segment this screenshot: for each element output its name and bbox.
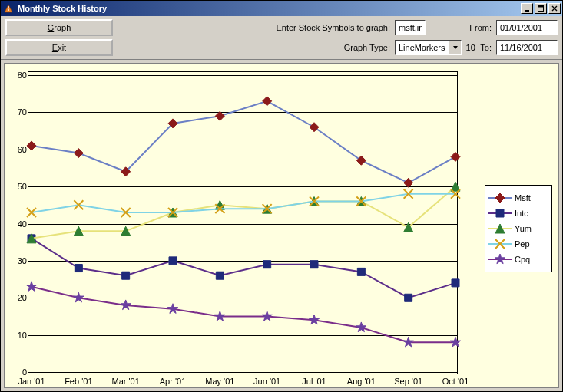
x-tick-label: Mar '01 [111, 377, 139, 386]
legend-label: Yum [515, 224, 532, 233]
legend-item: Intc [488, 206, 548, 221]
y-tick-label: 60 [8, 145, 27, 154]
x-tick-label: Jul '01 [302, 377, 326, 386]
y-tick-label: 40 [8, 219, 27, 229]
minimize-button[interactable] [521, 3, 533, 14]
symbols-label: Enter Stock Symbols to graph: [118, 23, 390, 32]
y-tick-label: 50 [8, 182, 27, 191]
gridline [28, 298, 457, 298]
x-tick-label: Jan '01 [18, 377, 45, 386]
gridline [28, 112, 457, 113]
gridline [28, 75, 457, 76]
maximize-button[interactable] [535, 3, 547, 14]
legend-marker [488, 193, 512, 203]
legend-label: Msft [515, 193, 531, 203]
legend-marker [488, 223, 512, 234]
svg-rect-1 [8, 6, 8, 9]
from-input[interactable] [496, 20, 558, 35]
legend-marker [488, 254, 512, 265]
svg-rect-2 [525, 10, 529, 12]
y-tick-label: 70 [8, 107, 27, 117]
gridline [28, 224, 457, 225]
x-tick-label: Oct '01 [442, 377, 469, 386]
symbols-input[interactable] [395, 20, 426, 35]
legend-marker [488, 208, 512, 219]
y-tick-label: 30 [8, 256, 27, 265]
from-label: From: [430, 23, 492, 32]
legend-label: Intc [515, 209, 528, 218]
app-icon [2, 2, 15, 15]
legend-label: Pep [515, 239, 530, 249]
exit-button[interactable]: Exit [5, 39, 113, 56]
chart-area: 01020304050607080Jan '01Feb '01Mar '01Ap… [4, 63, 559, 388]
y-tick-label: 80 [8, 71, 27, 80]
x-tick-label: Apr '01 [160, 377, 187, 386]
x-tick-label: Aug '01 [347, 377, 376, 386]
gridline [28, 335, 457, 336]
x-tick-label: Sep '01 [394, 377, 422, 386]
legend: MsftIntcYumPepCpq [485, 185, 552, 272]
window: Monthly Stock History Enter Stock Symbol… [0, 0, 563, 392]
legend-marker [488, 239, 512, 249]
y-tick-label: 0 [8, 367, 27, 377]
graph-button[interactable]: Graph [5, 19, 113, 36]
close-button[interactable] [548, 3, 561, 14]
y-tick-label: 10 [8, 331, 27, 340]
gridline [28, 150, 457, 150]
svg-point-0 [8, 9, 9, 11]
window-controls [521, 3, 561, 14]
x-tick-label: Feb '01 [65, 377, 92, 386]
gridline [28, 186, 457, 187]
toolbar: Enter Stock Symbols to graph: From: Grap… [1, 16, 562, 60]
to-input[interactable] [496, 40, 558, 55]
legend-item: Msft [488, 190, 548, 206]
x-tick-label: May '01 [205, 377, 234, 386]
graph-type-label: Graph Type: [118, 43, 390, 52]
to-label: To: [430, 43, 492, 52]
titlebar: Monthly Stock History [1, 1, 562, 16]
window-title: Monthly Stock History [18, 4, 521, 13]
gridline [28, 372, 457, 373]
legend-item: Cpq [488, 252, 548, 267]
legend-item: Pep [488, 236, 548, 252]
legend-item: Yum [488, 221, 548, 236]
x-tick-label: Jun '01 [253, 377, 280, 386]
plot-area: 01020304050607080Jan '01Feb '01Mar '01Ap… [28, 71, 458, 374]
legend-label: Cpq [515, 255, 530, 264]
graph-type-wrap: LineMarkers 10 [395, 40, 426, 55]
y-tick-label: 20 [8, 293, 27, 302]
svg-rect-4 [538, 6, 544, 8]
gridline [28, 261, 457, 262]
